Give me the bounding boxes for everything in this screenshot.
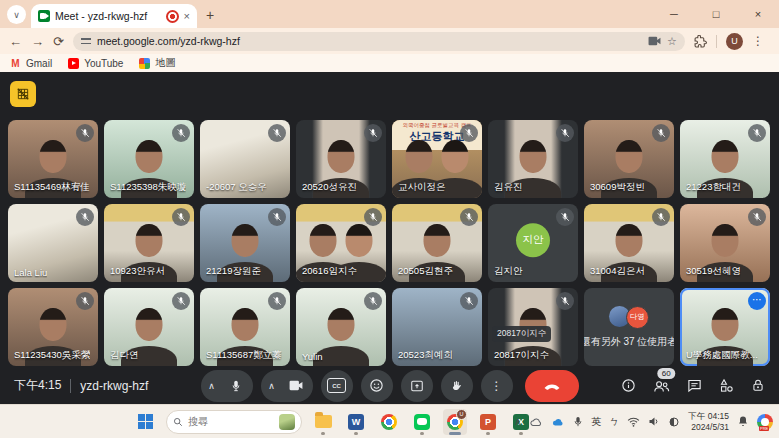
participant-tile[interactable]: 외국어중점 글로벌교육 캠프산고등학교교사이정은 bbox=[392, 120, 482, 198]
address-bar[interactable]: meet.google.com/yzd-rkwg-hzf ☆ bbox=[73, 32, 685, 51]
participant-tile[interactable]: 다영還有另外 37 位使用者 bbox=[584, 288, 674, 366]
minimize-button[interactable]: ─ bbox=[653, 0, 695, 28]
taskbar-powerpoint[interactable]: P bbox=[476, 409, 500, 435]
participant-tile[interactable]: S11135469林宥佳 bbox=[8, 120, 98, 198]
present-button[interactable] bbox=[401, 370, 433, 402]
host-controls-button[interactable] bbox=[751, 378, 765, 393]
participant-tile[interactable]: 10923안유서 bbox=[104, 204, 194, 282]
participant-tile[interactable]: Lala Liu bbox=[8, 204, 98, 282]
ime-language-indicator[interactable]: 英 bbox=[591, 415, 601, 429]
taskbar-word[interactable]: W bbox=[344, 409, 368, 435]
activities-button[interactable] bbox=[719, 378, 734, 393]
mic-off-icon bbox=[76, 124, 94, 142]
tab-search-button[interactable]: ∨ bbox=[7, 5, 26, 24]
mic-control[interactable]: ∧ bbox=[201, 370, 253, 402]
ime-mode-indicator[interactable]: ㄅ bbox=[609, 415, 619, 429]
taskbar-line[interactable] bbox=[410, 409, 434, 435]
search-highlight-thumbnail bbox=[279, 414, 295, 430]
more-options-button[interactable]: ⋮ bbox=[481, 370, 513, 402]
participant-tile[interactable]: S11135687鄭立蓁 bbox=[200, 288, 290, 366]
raise-hand-button[interactable] bbox=[441, 370, 473, 402]
tray-clock[interactable]: 下午 04:15 2024/5/31 bbox=[688, 411, 729, 432]
participant-tile[interactable]: ⋯U學務處國際教... bbox=[680, 288, 770, 366]
pre-badge: PRE bbox=[759, 426, 769, 431]
youtube-icon bbox=[68, 58, 79, 69]
bookmark-youtube[interactable]: YouTube bbox=[68, 58, 123, 69]
volume-icon[interactable] bbox=[648, 416, 660, 427]
end-call-button[interactable] bbox=[525, 370, 579, 402]
camera-button[interactable] bbox=[281, 370, 311, 402]
mic-off-icon bbox=[556, 292, 574, 310]
participant-name: 김유진 bbox=[494, 181, 523, 194]
tile-options-button[interactable]: ⋯ bbox=[748, 292, 766, 310]
participant-tile[interactable]: S11235430吳采縈 bbox=[8, 288, 98, 366]
participant-tile[interactable]: 31004김은서 bbox=[584, 204, 674, 282]
notification-bell-icon[interactable] bbox=[737, 415, 749, 428]
participant-tile[interactable]: 20520성유진 bbox=[296, 120, 386, 198]
browser-tab[interactable]: Meet - yzd-rkwg-hzf × bbox=[31, 4, 197, 28]
end-call-icon bbox=[543, 382, 561, 390]
bookmark-star-icon[interactable]: ☆ bbox=[667, 35, 677, 48]
reactions-button[interactable] bbox=[361, 370, 393, 402]
mic-off-icon bbox=[748, 124, 766, 142]
extensions-icon[interactable] bbox=[694, 35, 707, 48]
profile-avatar[interactable]: U bbox=[726, 33, 743, 50]
camera-in-use-icon[interactable] bbox=[648, 36, 661, 46]
wifi-icon[interactable] bbox=[627, 417, 640, 427]
participant-tile[interactable]: 20505김현주 bbox=[392, 204, 482, 282]
participant-tile[interactable]: 지안김지안 bbox=[488, 204, 578, 282]
participant-tile[interactable]: -20607 오승우 bbox=[200, 120, 290, 198]
participant-tile[interactable]: 20616임지수 bbox=[296, 204, 386, 282]
start-button[interactable] bbox=[133, 409, 157, 435]
participant-tile[interactable]: 30519선혜영 bbox=[680, 204, 770, 282]
bookmark-maps[interactable]: 地圖 bbox=[139, 56, 175, 70]
taskbar-file-explorer[interactable] bbox=[311, 409, 335, 435]
people-button[interactable]: 60 bbox=[653, 379, 670, 393]
video-grid: S11135469林宥佳S11235398朱映璇-20607 오승우20520성… bbox=[8, 120, 770, 366]
maximize-button[interactable]: □ bbox=[695, 0, 737, 28]
tab-close-icon[interactable]: × bbox=[184, 10, 190, 22]
participant-tile[interactable]: 20523최예희 bbox=[392, 288, 482, 366]
back-button[interactable]: ← bbox=[9, 34, 22, 49]
taskbar-chrome-active[interactable]: U bbox=[443, 409, 467, 435]
onedrive-icon[interactable] bbox=[529, 417, 543, 427]
night-mode-icon[interactable] bbox=[668, 416, 680, 428]
site-settings-icon[interactable] bbox=[81, 37, 91, 45]
participant-tile[interactable]: S11235398朱映璇 bbox=[104, 120, 194, 198]
forward-button[interactable]: → bbox=[31, 34, 44, 49]
participant-tile[interactable]: 21219장원준 bbox=[200, 204, 290, 282]
taskbar-chrome-pinned[interactable] bbox=[377, 409, 401, 435]
browser-menu-icon[interactable]: ⋮ bbox=[752, 34, 764, 48]
tray-date: 2024/5/31 bbox=[688, 422, 729, 433]
participant-tile[interactable]: 김다연 bbox=[104, 288, 194, 366]
participant-tile[interactable]: 20817이지수20817이지수 bbox=[488, 288, 578, 366]
more-users-tile[interactable]: 다영還有另外 37 位使用者 bbox=[584, 288, 674, 366]
participant-name: 10923안유서 bbox=[110, 265, 165, 278]
chat-button[interactable] bbox=[687, 378, 702, 393]
bookmark-gmail[interactable]: MGmail bbox=[10, 58, 52, 69]
tray-mic-icon[interactable] bbox=[573, 416, 583, 428]
grid-warning-badge[interactable] bbox=[10, 81, 36, 107]
participant-tile[interactable]: 김유진 bbox=[488, 120, 578, 198]
new-tab-button[interactable]: + bbox=[206, 7, 214, 23]
camera-options-chevron-icon[interactable]: ∧ bbox=[263, 381, 281, 391]
reload-button[interactable]: ⟳ bbox=[53, 34, 64, 49]
meeting-code: yzd-rkwg-hzf bbox=[80, 379, 148, 393]
participant-tile[interactable]: 21223함대건 bbox=[680, 120, 770, 198]
divider bbox=[70, 379, 71, 393]
mic-options-chevron-icon[interactable]: ∧ bbox=[203, 381, 221, 391]
captions-button[interactable]: CC bbox=[321, 370, 353, 402]
line-icon bbox=[414, 414, 430, 430]
meeting-details-button[interactable] bbox=[621, 378, 636, 393]
camera-control[interactable]: ∧ bbox=[261, 370, 313, 402]
participant-tile[interactable]: 30609박정빈 bbox=[584, 120, 674, 198]
cloud-sync-icon[interactable] bbox=[551, 417, 565, 427]
bookmarks-bar: MGmail YouTube 地圖 bbox=[0, 54, 779, 72]
tray-app-icon[interactable]: PRE bbox=[757, 414, 773, 430]
close-button[interactable]: × bbox=[737, 0, 779, 28]
taskbar-search[interactable]: 搜尋 bbox=[166, 410, 302, 434]
meet-favicon-icon bbox=[38, 10, 50, 22]
mic-button[interactable] bbox=[221, 370, 251, 402]
tray-expand-chevron-icon[interactable]: ∧ bbox=[514, 416, 521, 427]
participant-tile[interactable]: Yulin bbox=[296, 288, 386, 366]
